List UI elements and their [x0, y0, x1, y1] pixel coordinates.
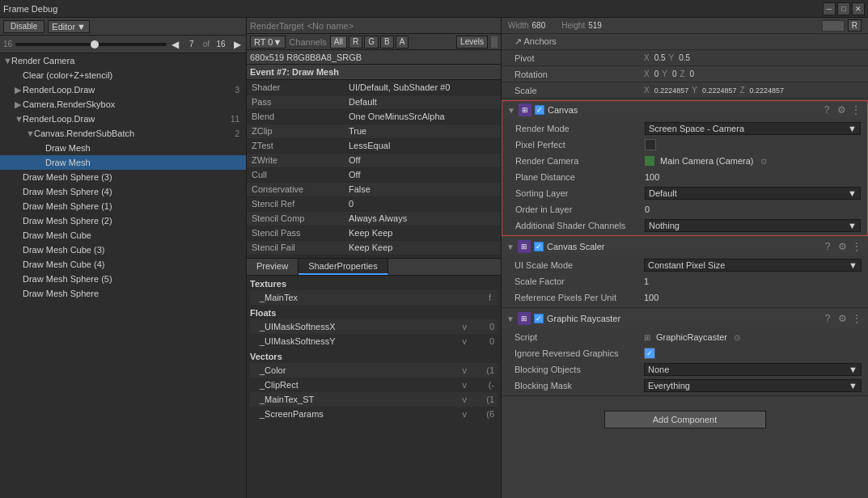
tab-preview[interactable]: Preview [247, 259, 299, 275]
tree-item-camera-skybox[interactable]: ▶ Camera.RenderSkybox [0, 97, 246, 112]
ignore-reversed-checkbox[interactable]: ✓ [644, 348, 655, 359]
scale-label: Scale [514, 86, 644, 95]
floats-section: Floats _UIMaskSoftnessX v 0 _UIMaskSoftn… [250, 308, 498, 348]
script-link-icon[interactable]: ⊙ [734, 333, 740, 342]
tree-item-canvas-rendersubbatch[interactable]: ▼ Canvas.RenderSubBatch 2 [0, 126, 246, 141]
tree-item-renderloop-draw-1[interactable]: ▶ RenderLoop.Draw 3 [0, 82, 246, 97]
tree-item-render-camera[interactable]: ▼ Render Camera [0, 53, 246, 68]
ui-scale-mode-select[interactable]: Constant Pixel Size ▼ [644, 259, 862, 272]
canvas-section-body: Render Mode Screen Space - Camera ▼ Pixe… [502, 119, 867, 235]
sp-row-uimask-y: _UIMaskSoftnessY v 0 [250, 334, 498, 348]
next-frame-button[interactable]: ▶ [232, 39, 243, 50]
shader-channels-select[interactable]: Nothing ▼ [645, 219, 861, 232]
props-value: LessEqual [344, 138, 501, 153]
canvas-settings-icon[interactable]: ⚙ [835, 104, 848, 116]
canvas-scaler-check[interactable]: ✓ [534, 242, 544, 251]
add-component-button[interactable]: Add Component [604, 411, 766, 428]
pixel-perfect-checkbox[interactable] [645, 139, 656, 150]
render-mode-select[interactable]: Screen Space - Camera ▼ [645, 122, 861, 135]
sp-screenparams-value: (6 [470, 409, 494, 419]
tree-label-draw-mesh-sphere-4: Draw Mesh Sphere (4) [23, 187, 243, 196]
tree-label-draw-mesh-sphere-3: Draw Mesh Sphere (3) [23, 172, 243, 182]
props-scroll[interactable]: ShaderUI/Default, SubShader #0PassDefaul… [247, 80, 501, 258]
props-value: One OneMinusSrcAlpha [344, 109, 501, 124]
props-key: Cull [247, 167, 344, 182]
graphic-raycaster-body: Script ⊞ GraphicRaycaster ⊙ Ignore Rever… [502, 327, 868, 395]
sp-maintex-name: _MainTex [253, 293, 475, 302]
channel-a-button[interactable]: A [396, 36, 409, 49]
canvas-help-icon[interactable]: ? [820, 104, 833, 116]
tree-item-draw-mesh-cube-3[interactable]: Draw Mesh Cube (3) [0, 243, 246, 257]
shader-props-area[interactable]: Textures _MainTex f Floats _UIMaskSoftne… [247, 276, 501, 421]
tree-item-renderloop-draw-2[interactable]: ▼ RenderLoop.Draw 11 [0, 112, 246, 126]
channel-r-button[interactable]: R [349, 36, 362, 49]
graphic-raycaster-menu-icon[interactable]: ⋮ [850, 313, 863, 324]
canvas-scaler-settings-icon[interactable]: ⚙ [836, 241, 849, 252]
tree-item-draw-mesh-cube-4[interactable]: Draw Mesh Cube (4) [0, 257, 246, 272]
scale-y: 0.2224857 [702, 87, 737, 95]
prop-render-camera: Render Camera Main Camera (Camera) ⊙ [502, 153, 867, 169]
tree-item-draw-mesh-cube-1[interactable]: Draw Mesh Cube [0, 228, 246, 243]
canvas-scaler-header[interactable]: ▼ ⊞ ✓ Canvas Scaler ? ⚙ ⋮ [502, 238, 868, 255]
blocking-objects-select[interactable]: None ▼ [644, 363, 862, 376]
tree-item-draw-mesh-sphere-3[interactable]: Draw Mesh Sphere (3) [0, 170, 246, 184]
minimize-icon[interactable]: ─ [823, 2, 836, 15]
rt0-dropdown[interactable]: RT 0 ▼ [250, 36, 286, 49]
tree-label-draw-mesh-1: Draw Mesh [45, 143, 243, 153]
graphic-raycaster-check[interactable]: ✓ [534, 314, 544, 323]
blocking-mask-select[interactable]: Everything ▼ [644, 379, 862, 392]
channel-g-button[interactable]: G [364, 36, 379, 49]
props-key: Blend [247, 109, 344, 124]
props-row: Stencil Ref0 [247, 196, 501, 211]
sp-color-name: _Color [253, 365, 451, 375]
graphic-raycaster-help-icon[interactable]: ? [821, 313, 834, 324]
props-row: BlendOne OneMinusSrcAlpha [247, 109, 501, 124]
tree-item-draw-mesh-sphere-2[interactable]: Draw Mesh Sphere (2) [0, 213, 246, 228]
content-area: Disable Editor ▼ 16 ◀ 7 of 16 ▶ [0, 18, 868, 498]
render-target-bar: RenderTarget <No name> [247, 18, 501, 34]
props-key: Stencil Comp [247, 211, 344, 226]
maximize-icon[interactable]: □ [837, 2, 850, 15]
anchors-label: ↗ Anchors [514, 36, 644, 47]
root: Frame Debug ─ □ ✕ Disable Editor ▼ 16 [0, 0, 868, 498]
channel-all-button[interactable]: All [330, 36, 347, 49]
close-icon[interactable]: ✕ [852, 2, 865, 15]
tree-item-draw-mesh-sphere-5[interactable]: Draw Mesh Sphere (5) [0, 272, 246, 286]
slider-thumb[interactable] [91, 40, 99, 49]
sp-maintex-st-name: _MainTex_ST [253, 395, 451, 404]
graphic-raycaster-settings-icon[interactable]: ⚙ [836, 313, 849, 324]
frame-slider[interactable] [15, 43, 167, 46]
canvas-section-header[interactable]: ▼ ⊞ ✓ Canvas ? ⚙ ⋮ [502, 101, 867, 119]
sorting-layer-select[interactable]: Default ▼ [645, 187, 861, 200]
graphic-raycaster-header[interactable]: ▼ ⊞ ✓ Graphic Raycaster ? ⚙ ⋮ [502, 310, 868, 327]
pivot-x: 0.5 [654, 53, 666, 62]
tree-item-clear[interactable]: Clear (color+Z+stencil) [0, 68, 246, 82]
canvas-scaler-menu-icon[interactable]: ⋮ [850, 241, 863, 252]
disable-button[interactable]: Disable [3, 20, 44, 33]
r-button[interactable]: R [848, 19, 862, 32]
render-camera-link-icon[interactable]: ⊙ [760, 157, 767, 166]
inspector-scroll[interactable]: ↗ Anchors Pivot X 0.5 Y 0.5 Rotation [502, 34, 868, 498]
tab-shader-properties[interactable]: ShaderProperties [299, 259, 388, 275]
tree-item-draw-mesh-sphere-4[interactable]: Draw Mesh Sphere (4) [0, 184, 246, 199]
right-top-fields: Width 680 Height 519 R [502, 18, 868, 34]
props-row: ZTestLessEqual [247, 138, 501, 153]
tree-item-draw-mesh-2[interactable]: Draw Mesh [0, 155, 246, 170]
rotation-row: Rotation X0 Y0 Z0 [502, 66, 868, 82]
prev-frame-button[interactable]: ◀ [170, 39, 180, 50]
props-value: UI/Default, SubShader #0 [344, 80, 501, 95]
tree-item-draw-mesh-sphere[interactable]: Draw Mesh Sphere [0, 286, 246, 301]
channel-b-button[interactable]: B [380, 36, 394, 49]
editor-dropdown[interactable]: Editor ▼ [48, 20, 90, 33]
canvas-arrow: ▼ [507, 106, 515, 115]
tree-label-renderloop-draw-2: RenderLoop.Draw [23, 114, 227, 124]
prop-additional-shader-channels: Additional Shader Channels Nothing ▼ [502, 217, 867, 234]
props-value: Keep Keep [344, 240, 501, 255]
tree-item-draw-mesh-sphere-1[interactable]: Draw Mesh Sphere (1) [0, 199, 246, 213]
levels-button[interactable]: Levels [456, 36, 488, 49]
canvas-scaler-help-icon[interactable]: ? [821, 241, 834, 252]
tree-item-draw-mesh-1[interactable]: Draw Mesh [0, 141, 246, 155]
canvas-scaler-section: ▼ ⊞ ✓ Canvas Scaler ? ⚙ ⋮ UI Scale Mode [502, 238, 868, 308]
canvas-menu-icon[interactable]: ⋮ [849, 104, 862, 116]
canvas-check[interactable]: ✓ [535, 105, 544, 115]
